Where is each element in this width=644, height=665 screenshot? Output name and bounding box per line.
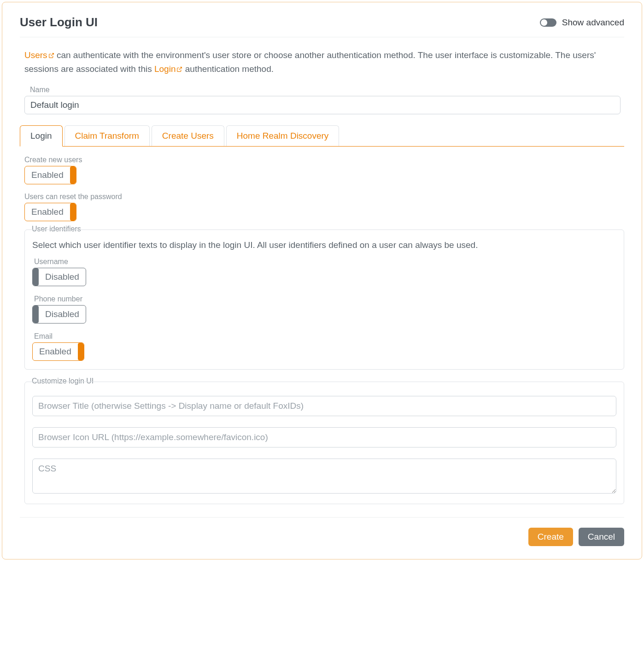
show-advanced-label: Show advanced: [562, 18, 624, 28]
name-field-block: Name: [24, 86, 624, 114]
external-link-icon: [48, 53, 54, 59]
name-input[interactable]: [24, 96, 621, 114]
email-label: Email: [34, 332, 616, 341]
username-toggle[interactable]: Disabled: [32, 268, 86, 286]
toggle-state-text: Disabled: [39, 268, 86, 286]
css-textarea[interactable]: [32, 459, 616, 494]
panel-footer: Create Cancel: [20, 517, 624, 546]
tab-create-users[interactable]: Create Users: [152, 125, 224, 146]
external-link-icon: [176, 66, 182, 72]
panel-header: User Login UI Show advanced: [20, 15, 624, 37]
user-login-ui-panel: User Login UI Show advanced Users can au…: [2, 2, 642, 559]
phone-toggle[interactable]: Disabled: [32, 305, 86, 324]
cancel-button[interactable]: Cancel: [579, 528, 624, 546]
svg-line-1: [179, 67, 182, 70]
browser-icon-url-input[interactable]: [32, 427, 616, 447]
customize-wrapper: Customize login UI: [24, 382, 624, 504]
user-identifiers-wrapper: User identifiers Select which user ident…: [24, 230, 624, 370]
intro-text-2: authentication method.: [182, 64, 274, 74]
email-block: Email Enabled: [32, 332, 616, 361]
tab-claim-transform[interactable]: Claim Transform: [64, 125, 150, 146]
username-label: Username: [34, 258, 616, 266]
email-toggle[interactable]: Enabled: [32, 342, 84, 361]
users-link[interactable]: Users: [24, 50, 54, 60]
reset-password-label: Users can reset the password: [24, 193, 624, 201]
tab-login[interactable]: Login: [20, 125, 63, 147]
intro-text: Users can authenticate with the environm…: [24, 48, 620, 77]
show-advanced-toggle[interactable]: Show advanced: [540, 18, 624, 28]
tabs: Login Claim Transform Create Users Home …: [20, 125, 624, 147]
user-identifiers-fieldset: Select which user identifier texts to di…: [24, 230, 624, 370]
toggle-handle-icon: [78, 343, 84, 360]
customize-fieldset: [24, 382, 624, 504]
toggle-switch-icon: [540, 18, 556, 27]
browser-title-input[interactable]: [32, 396, 616, 416]
username-block: Username Disabled: [32, 258, 616, 288]
toggle-handle-icon: [33, 306, 39, 323]
toggle-state-text: Disabled: [39, 306, 86, 323]
toggle-state-text: Enabled: [33, 343, 78, 360]
reset-password-block: Users can reset the password Enabled: [24, 193, 624, 221]
toggle-state-text: Enabled: [25, 166, 70, 184]
toggle-handle-icon: [33, 268, 39, 286]
page-title: User Login UI: [20, 15, 98, 29]
user-identifiers-description: Select which user identifier texts to di…: [32, 240, 616, 250]
reset-password-toggle[interactable]: Enabled: [24, 203, 76, 221]
login-link[interactable]: Login: [154, 64, 183, 74]
intro-text-1: can authenticate with the environment's …: [24, 50, 596, 74]
create-new-users-block: Create new users Enabled: [24, 156, 624, 184]
phone-block: Phone number Disabled: [32, 295, 616, 325]
name-label: Name: [30, 86, 624, 94]
toggle-handle-icon: [70, 166, 76, 184]
tab-home-realm-discovery[interactable]: Home Realm Discovery: [226, 125, 340, 146]
svg-line-0: [51, 53, 53, 56]
toggle-handle-icon: [70, 203, 76, 221]
create-new-users-label: Create new users: [24, 156, 624, 164]
toggle-state-text: Enabled: [25, 203, 70, 221]
create-button[interactable]: Create: [528, 528, 573, 546]
phone-label: Phone number: [34, 295, 616, 303]
login-tab-content: Create new users Enabled Users can reset…: [24, 156, 624, 504]
create-new-users-toggle[interactable]: Enabled: [24, 166, 76, 184]
